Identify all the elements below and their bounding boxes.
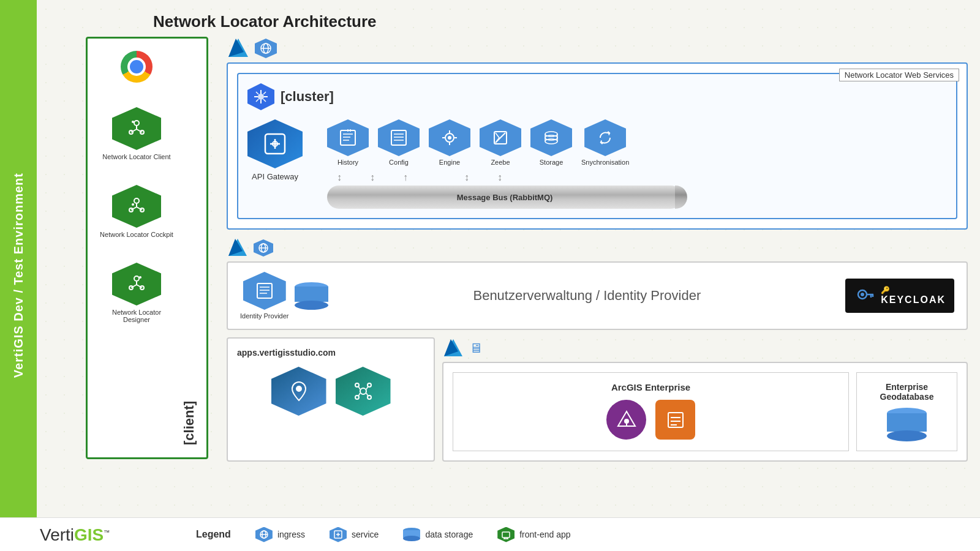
client-label-3: Network Locator Designer <box>100 309 173 323</box>
client-item-2: Network Locator Cockpit <box>100 185 173 238</box>
service-history: History <box>327 119 369 166</box>
identity-provider-icons: Identity Provider <box>240 272 328 320</box>
svg-rect-99 <box>502 532 510 538</box>
service-hex-icon-engine <box>429 119 470 156</box>
arcgis-enterprise-title: ArcGIS Enterprise <box>611 382 690 392</box>
services-row: API Gateway <box>247 119 947 209</box>
identity-hex-group: Identity Provider <box>240 272 288 320</box>
main-content: Network Locator Architecture [client] <box>37 0 980 551</box>
k8s-icon <box>247 83 274 110</box>
storage-cylinder-group <box>295 282 328 310</box>
api-gateway-label: API Gateway <box>252 172 298 181</box>
service-sync: Snychronisation <box>581 119 629 166</box>
message-bus-container: Message Bus (RabbitMQ) <box>327 186 947 209</box>
client-hex-icon-2 <box>112 185 161 228</box>
api-gateway-icon <box>247 119 303 168</box>
keycloak-icon <box>854 285 876 307</box>
legend-ingress: ingress <box>255 527 305 542</box>
svg-point-7 <box>134 198 139 203</box>
svg-point-50 <box>448 136 451 140</box>
geodatabase-box: Enterprise Geodatabase <box>856 372 957 451</box>
svg-rect-39 <box>341 130 355 145</box>
legend-service-icon <box>330 527 347 542</box>
bus-arrows-up: ↕ ↕ ↑ ↕ ↕ <box>327 172 947 183</box>
client-item-1: Network Locator Client <box>102 107 170 160</box>
identity-hex-icon <box>243 272 286 310</box>
identity-azure-row <box>227 237 968 259</box>
cluster-header: [cluster] <box>247 83 947 110</box>
legend-frontend-label: front-end app <box>519 530 570 539</box>
legend-storage-label: data storage <box>425 530 473 539</box>
cluster-azure-row <box>227 37 968 60</box>
service-zeebe: Zeebe <box>480 119 521 166</box>
webservices-label: Network Locator Web Services <box>839 69 959 81</box>
service-label-storage: Storage <box>540 159 564 166</box>
service-engine: Engine <box>429 119 470 166</box>
svg-line-31 <box>256 92 258 94</box>
svg-line-84 <box>366 393 368 396</box>
service-label-history: History <box>337 159 358 166</box>
arcgis-enterprise-box: ArcGIS Enterprise <box>453 372 849 451</box>
services-area: History <box>327 119 947 209</box>
keycloak-text-group: 🔑 KEYCLOAK <box>881 286 946 305</box>
legend-title: Legend <box>196 529 231 540</box>
service-hex-icon-zeebe <box>480 119 521 156</box>
vertigis-logo: VertiGIS™ <box>40 525 110 545</box>
arcgis-azure-row: 🖥 <box>442 337 968 359</box>
svg-line-33 <box>263 92 266 94</box>
cluster-box: Network Locator Web Services <box>227 62 968 230</box>
legend-storage-icon <box>403 528 420 541</box>
api-gateway: API Gateway <box>247 119 303 181</box>
client-icons: Network Locator Client <box>100 51 173 323</box>
keycloak-badge: 🔑 KEYCLOAK <box>845 279 954 313</box>
client-hex-icon-1 <box>112 107 161 150</box>
svg-point-0 <box>134 121 139 126</box>
svg-point-6 <box>132 121 134 123</box>
svg-point-60 <box>545 135 557 140</box>
svg-point-26 <box>258 94 264 100</box>
legend-service: service <box>330 527 379 542</box>
svg-point-87 <box>624 419 629 424</box>
page-title: Network Locator Architecture <box>153 12 962 31</box>
svg-line-82 <box>366 386 368 389</box>
monitor-icon: 🖥 <box>469 340 483 356</box>
legend-ingress-icon <box>255 527 273 542</box>
svg-point-75 <box>296 386 301 391</box>
identity-title: Benutzerverwaltung / Identity Provider <box>341 288 833 304</box>
service-label-zeebe: Zeebe <box>491 159 510 166</box>
svg-line-81 <box>358 386 360 389</box>
right-area: Network Locator Web Services <box>227 37 968 462</box>
service-label-config: Config <box>389 159 409 166</box>
identity-section: Identity Provider Benutzerverwaltung / I… <box>227 237 968 330</box>
service-hex-icon-config <box>378 119 420 156</box>
apps-box: apps.vertigisstudio.com <box>227 337 435 462</box>
inner-cluster: [cluster] API Gateway <box>237 73 957 219</box>
svg-point-13 <box>132 203 134 206</box>
db-cylinder <box>887 408 927 441</box>
arcgis-icon <box>606 400 646 440</box>
arcgis-enterprise-icons <box>606 400 695 440</box>
service-hex-icon-sync <box>584 119 626 156</box>
legend-frontend-icon <box>497 527 514 542</box>
client-label-1: Network Locator Client <box>102 153 170 160</box>
apps-icons <box>237 367 424 416</box>
identity-box: Identity Provider Benutzerverwaltung / I… <box>227 261 968 330</box>
identity-provider-label: Identity Provider <box>240 312 288 320</box>
service-label-sync: Snychronisation <box>581 159 629 166</box>
bottom-section: apps.vertigisstudio.com <box>227 337 968 462</box>
service-config: Config <box>378 119 420 166</box>
client-hex-icon-3 <box>112 263 161 305</box>
svg-rect-66 <box>257 283 272 298</box>
client-label-2: Network Locator Cockpit <box>100 231 173 238</box>
svg-point-76 <box>360 388 366 394</box>
svg-rect-45 <box>391 130 406 145</box>
legend-ingress-label: ingress <box>277 530 305 539</box>
studio-app-icon-2 <box>336 367 391 416</box>
svg-line-83 <box>358 393 360 396</box>
keycloak-label: KEYCLOAK <box>881 294 946 305</box>
service-hex-icon-storage <box>530 119 572 156</box>
legend-storage: data storage <box>403 528 473 541</box>
geodatabase-title: Enterprise Geodatabase <box>866 382 948 402</box>
client-item-3: Network Locator Designer <box>100 263 173 323</box>
client-label: [client] <box>181 39 197 457</box>
